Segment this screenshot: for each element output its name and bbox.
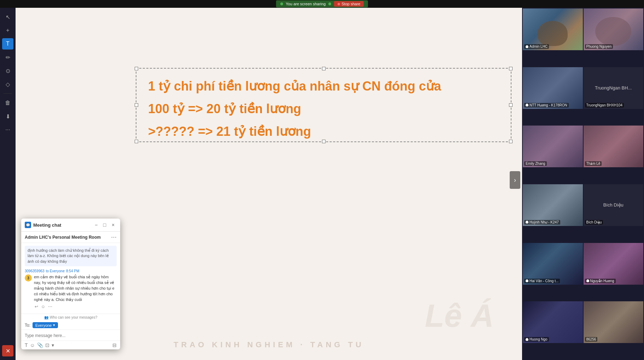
video-cell-ntt-huong[interactable]: NTT Hương - K178RON <box>523 67 583 109</box>
handle-tl[interactable] <box>135 67 138 70</box>
download-tool-button[interactable]: ⬇ <box>2 111 13 122</box>
handle-bl[interactable] <box>135 140 138 143</box>
green-dot-icon-2 <box>328 2 331 5</box>
chat-icon: 💬 <box>25 222 31 228</box>
format-button[interactable]: T <box>25 342 28 348</box>
chat-close-button[interactable]: × <box>110 221 117 228</box>
video-label-huong-ngo: Huong Ngo <box>524 337 549 342</box>
video-label-bich-dieu: Bích Diệu <box>585 220 603 225</box>
video-label-hai-van: Hai Vân - Công t... <box>524 279 560 283</box>
participant-name: Phuong Nguyen <box>586 45 612 48</box>
add-tool-button[interactable]: + <box>2 25 13 36</box>
emoji-button[interactable]: ☺ <box>40 304 46 309</box>
next-page-button[interactable]: › <box>510 171 520 189</box>
video-label-86256: 86256 <box>585 337 598 342</box>
chat-to-line: To: Everyone ▾ <box>21 321 120 330</box>
video-cell-truongngan[interactable]: TruongNgan BH... TruongNgan BHXH104 <box>584 67 644 109</box>
sender-info-line: 3096359963 to Everyone 8:54 PM 3 em cảm … <box>25 269 117 309</box>
who-can-see: 👥 Who can see your messages? <box>21 314 120 321</box>
participant-name: TruongNgan BHXH104 <box>586 103 622 107</box>
handle-br[interactable] <box>509 140 513 143</box>
video-grid: Admin LHC Phuong Nguyen NTT Hương - K178… <box>522 8 644 360</box>
handle-tr[interactable] <box>509 67 513 70</box>
reply-button[interactable]: ↩ <box>34 304 39 309</box>
video-cell-tham-le[interactable]: Thầm Lê <box>584 126 644 167</box>
chat-panel: 💬 Meeting chat − □ × Admin LHC's Persona… <box>21 219 120 349</box>
sender-avatar: 3 <box>25 274 32 281</box>
file-attach-button[interactable]: 📎 <box>37 342 43 348</box>
message-actions: ↩ ☺ ⋯ <box>34 304 117 309</box>
more-tool-button[interactable]: ··· <box>2 124 13 135</box>
name-display-truongngan: TruongNgan BH... <box>584 67 644 109</box>
more-options-button[interactable]: ▾ <box>52 342 54 348</box>
mic-icon <box>526 279 528 282</box>
video-cell-hai-van[interactable]: Hai Vân - Công t... <box>523 243 583 285</box>
sender-to: to Everyone <box>46 269 65 273</box>
text-line-1: 1 tỷ chi phí tiền lương của nhân sự CN đ… <box>148 77 499 96</box>
room-name-text: Admin LHC's Personal Meeting Room <box>25 235 101 240</box>
who-can-see-text: Who can see your messages? <box>50 315 98 319</box>
emoji-picker-button[interactable]: ☺ <box>30 342 35 348</box>
text-line-2: 100 tỷ => 20 tỷ tiền lương <box>148 99 499 118</box>
participant-name: Bích Diệu <box>586 220 602 224</box>
more-actions-button[interactable]: ⋯ <box>47 304 53 309</box>
main-text-area: 1 tỷ chi phí tiền lương của nhân sự CN đ… <box>141 73 506 148</box>
video-cell-bich-dieu[interactable]: Bích Diệu Bích Diệu <box>584 184 644 226</box>
handle-tc[interactable] <box>322 67 326 70</box>
video-cell-huong-ngo[interactable]: Huong Ngo <box>523 301 583 343</box>
video-cell-admin-lhc[interactable]: Admin LHC <box>523 8 583 50</box>
eraser-tool-button[interactable]: ◇ <box>2 79 13 90</box>
participant-name: Emily Zhang <box>526 162 545 166</box>
screen-sharing-indicator: You are screen sharing Stop share <box>276 0 368 7</box>
chat-title: Meeting chat <box>33 222 61 228</box>
chat-minimize-button[interactable]: − <box>93 221 100 228</box>
chat-input[interactable] <box>25 333 117 338</box>
participant-name: Hai Vân - Công t... <box>529 279 558 283</box>
cursor-tool-button[interactable]: ↖ <box>2 11 13 23</box>
video-cell-nguyen-huong[interactable]: Nguyễn Hương <box>584 243 644 285</box>
chat-controls: − □ × <box>93 221 117 228</box>
participant-name: Huỳnh Như - K247 <box>529 220 559 224</box>
toolbar-divider <box>4 93 12 94</box>
to-everyone-label: Everyone <box>35 323 52 327</box>
to-everyone-button[interactable]: Everyone ▾ <box>33 322 58 328</box>
video-label-phuong: Phuong Nguyen <box>585 44 613 49</box>
prev-msg-text: định hướng cách làm chứ không thể đi ký … <box>28 248 114 264</box>
video-cell-emily[interactable]: Emily Zhang <box>523 126 583 167</box>
stop-share-button[interactable]: Stop share <box>334 1 364 7</box>
participant-name: Admin LHC <box>529 45 548 48</box>
current-message-text: em cảm ơn thầy về buổi chia sẻ ngày hôm … <box>34 274 117 303</box>
chat-header: 💬 Meeting chat − □ × <box>21 219 120 232</box>
close-share-button[interactable]: ✕ <box>2 345 13 356</box>
video-cell-huynh-nhu[interactable]: Huỳnh Như - K247 <box>523 184 583 226</box>
video-cell-phuong[interactable]: Phuong Nguyen <box>584 8 644 50</box>
delete-tool-button[interactable]: 🗑 <box>2 97 13 109</box>
handle-ml[interactable] <box>135 103 138 107</box>
video-label-admin-lhc: Admin LHC <box>524 44 549 49</box>
chat-maximize-button[interactable]: □ <box>101 221 108 228</box>
chat-room-name: Admin LHC's Personal Meeting Room ⋯ <box>21 232 120 243</box>
screen-sharing-text: You are screen sharing <box>286 2 326 6</box>
video-label-huynh-nhu: Huỳnh Như - K247 <box>524 220 560 225</box>
target-tool-button[interactable]: ⊙ <box>2 65 13 76</box>
text-tool-button[interactable]: T <box>2 38 13 50</box>
chat-toolbar: T ☺ 📎 ⊡ ▾ ⊟ <box>21 341 120 349</box>
sender-line: 3096359963 to Everyone 8:54 PM <box>25 269 117 273</box>
top-bar: You are screen sharing Stop share <box>0 0 644 8</box>
pen-tool-button[interactable]: ✏ <box>2 52 13 63</box>
mic-icon <box>526 338 528 341</box>
mic-icon <box>586 279 589 282</box>
chat-menu-button[interactable]: ⋯ <box>111 234 117 240</box>
handle-mr[interactable] <box>509 103 513 107</box>
screenshot-button[interactable]: ⊡ <box>45 342 49 348</box>
filter-button[interactable]: ⊟ <box>112 342 117 348</box>
sender-id: 3096359963 <box>25 269 45 273</box>
video-cell-86256[interactable]: 86256 <box>584 301 644 343</box>
chat-input-area <box>21 330 120 341</box>
participant-name: Huong Ngo <box>529 337 548 341</box>
mic-icon <box>526 221 528 223</box>
red-dot-icon <box>338 3 340 5</box>
sender-time: 8:54 PM <box>66 269 79 273</box>
previous-message: định hướng cách làm chứ không thể đi ký … <box>25 246 117 266</box>
watermark: Lê Á <box>425 300 494 332</box>
